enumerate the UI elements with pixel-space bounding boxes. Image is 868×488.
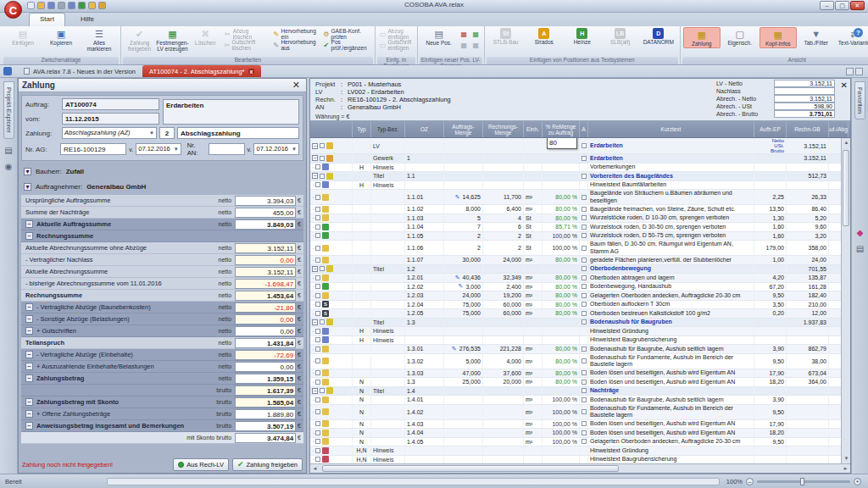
DATANORM-button[interactable]: DDATANORM [640, 27, 677, 46]
table-row[interactable]: ···N1.4.04m³100,00 %Boden lösen und bese… [310, 429, 850, 438]
collapse-toggle[interactable]: − [25, 374, 33, 382]
Sirados-button[interactable]: ASirados [526, 27, 563, 46]
a-checkbox[interactable] [581, 215, 587, 220]
scroll-left-icon[interactable]: ◄ [310, 464, 320, 474]
collapse-toggle[interactable]: ▾ [24, 168, 31, 175]
table-row[interactable]: −LV80ErdarbeitenNettoUSt.Brutto3.152,11 [310, 138, 850, 154]
row-checkbox[interactable] [315, 225, 320, 230]
table-row[interactable]: ···1.1.0354St80,00 %Wurzelstöcke roden, … [310, 214, 850, 224]
payment-sum-row[interactable]: Aktuelle Abrechnungssummenetto3.152,11€ [21, 266, 303, 278]
row-checkbox[interactable] [315, 284, 320, 289]
Kopf-Infos-button[interactable]: Kopf-Infos [760, 27, 797, 48]
sum-value-field[interactable]: 0,00 [235, 314, 296, 324]
payment-sum-row[interactable]: Summe der Nachträgenetto455,00€ [21, 207, 303, 219]
a-checkbox[interactable] [581, 143, 587, 148]
row-checkbox[interactable] [315, 311, 320, 316]
a-checkbox[interactable] [581, 319, 587, 324]
expand-icon[interactable]: − [312, 143, 318, 149]
table-row[interactable]: ···H,NHinweisHinweistext Baugrubensicher… [310, 456, 850, 464]
table-row[interactable]: −NTitel1.4Nachträge [310, 387, 850, 396]
vertical-scrollbar[interactable]: ▲ ▼ [841, 138, 850, 463]
collapse-toggle[interactable]: − [25, 422, 33, 430]
sum-value-field[interactable]: 1.359,15 [235, 374, 296, 384]
a-checkbox[interactable] [581, 284, 587, 289]
collapse-toggle[interactable]: − [25, 363, 33, 370]
table-row[interactable]: ···N1.325,00020,000m³80,00 %Boden lösen … [310, 378, 850, 387]
percent-edit-input[interactable]: 80 [547, 138, 577, 149]
nr-ag-field[interactable]: RE16-100129 [60, 143, 126, 155]
a-checkbox[interactable] [581, 195, 587, 200]
sum-value-field[interactable]: 455,00 [235, 208, 296, 218]
table-row[interactable]: −Titel1.2Oberbodenbewegung701,55 [310, 265, 850, 274]
table-row[interactable]: ···HHinweisHinweistext Gründung [310, 327, 850, 336]
zoom-in-icon[interactable]: + [854, 478, 861, 485]
row-checkbox[interactable] [315, 302, 320, 307]
column-header[interactable]: Typ [353, 121, 371, 137]
a-checkbox[interactable] [581, 409, 587, 414]
payment-sum-row[interactable]: - Vertraglicher Nachlassnetto0,00€ [21, 254, 303, 266]
Zahlung-button[interactable]: Zahlung [683, 27, 721, 48]
zahlung-freigeben-button[interactable]: ✔Zahlung freigeben [232, 458, 303, 471]
Heinze-button[interactable]: HHeinze [564, 27, 601, 46]
zoom-out-icon[interactable]: – [746, 478, 754, 485]
column-header[interactable]: Auftr-EP [754, 121, 787, 137]
table-row[interactable]: ···N1.4.01m³100,00 %Bodenaushub für Baug… [310, 396, 850, 405]
table-row[interactable]: ···HHinweisHinweistext Baugrubensicherun… [310, 336, 850, 346]
collapse-toggle[interactable]: − [25, 220, 33, 228]
row-checkbox[interactable] [315, 397, 320, 402]
vom-field[interactable]: 11.12.2015 [62, 113, 159, 125]
close-button[interactable]: ✕ [850, 1, 865, 10]
sum-value-field[interactable]: 1.453,64 [235, 291, 296, 301]
row-checkbox[interactable] [315, 409, 320, 414]
row-checkbox[interactable] [315, 347, 320, 352]
Text-Variante-button[interactable]: Text-Variante [836, 27, 868, 47]
Hervorhebung aus-button[interactable]: Hervorhebung aus [271, 40, 320, 50]
a-checkbox[interactable] [581, 156, 587, 161]
a-checkbox[interactable] [581, 421, 587, 426]
Eigensch.-button[interactable]: Eigensch. [721, 27, 759, 47]
expand-icon[interactable]: − [312, 155, 318, 161]
payment-sum-row[interactable]: −Rechnungssumme [21, 230, 303, 242]
a-checkbox[interactable] [581, 174, 587, 179]
row-checkbox[interactable] [320, 156, 325, 161]
ribbon-button[interactable] [459, 40, 470, 50]
document-tab[interactable]: AT100074 - 2. Abschlagszahlung*x [142, 65, 261, 77]
horizontal-scrollbar[interactable]: ◄ ► [310, 463, 850, 473]
column-header[interactable]: Rechn-GB [787, 121, 829, 137]
row-checkbox[interactable] [315, 421, 320, 426]
a-checkbox[interactable] [581, 207, 587, 212]
table-row[interactable]: ···1.1.0730,00024,000m²80,00 %geradete F… [310, 256, 850, 265]
zoom-slider[interactable] [757, 480, 850, 483]
column-header[interactable]: Auf-/Abge [829, 121, 849, 137]
ribbon-tab-start[interactable]: Start [29, 13, 65, 26]
payment-close-icon[interactable]: ✕ [290, 80, 303, 91]
a-checkbox[interactable] [581, 258, 587, 263]
row-checkbox[interactable] [315, 329, 320, 334]
row-checkbox[interactable] [320, 388, 325, 393]
sum-value-field[interactable]: 0,00 [235, 362, 296, 372]
collapse-toggle[interactable]: − [25, 315, 33, 323]
date-an-select[interactable]: 07.12.2016▼ [253, 143, 299, 155]
payment-sum-row[interactable]: −+ Auszuzahlende Einbehalte/Belastungenn… [21, 361, 303, 373]
globe-icon[interactable]: ◉ [5, 162, 13, 171]
a-checkbox[interactable] [581, 388, 587, 393]
row-checkbox[interactable] [315, 275, 320, 280]
table-row[interactable]: ···H,NHinweisHinweistext Gründung [310, 446, 850, 456]
sum-value-field[interactable]: 1.585,04 [235, 397, 296, 408]
window-list-icon[interactable] [855, 68, 863, 75]
table-row[interactable]: ···N1.4.05m²100,00 %Gelagerten Oberboden… [310, 438, 850, 447]
payment-sum-row[interactable]: Aktuelle Abrechnungssumme ohne Abzügenet… [21, 242, 303, 254]
document-tab[interactable]: AVA.relax 7.8 - Neues in der Version [17, 65, 142, 77]
a-checkbox[interactable] [581, 266, 587, 271]
payment-sum-row[interactable]: Ursprüngliche Auftragssummenetto3.394,03… [21, 195, 303, 207]
sum-value-field[interactable]: 1.889,80 [235, 409, 296, 419]
a-checkbox[interactable] [581, 430, 587, 435]
payment-sum-row[interactable]: Teilanspruchnetto1.431,84€ [21, 337, 303, 349]
scroll-right-icon[interactable]: ► [841, 464, 850, 474]
payment-sum-row[interactable]: −+ Gutschriftennetto0,00€ [21, 325, 303, 337]
ribbon-tab-hilfe[interactable]: Hilfe [70, 14, 104, 27]
row-checkbox[interactable] [315, 337, 320, 342]
column-header[interactable]: Auftrags- Menge [444, 121, 483, 137]
a-checkbox[interactable] [581, 302, 587, 307]
table-row[interactable]: ···1.2.01✎40,43632,349m²80,00 %Oberboden… [310, 274, 850, 283]
